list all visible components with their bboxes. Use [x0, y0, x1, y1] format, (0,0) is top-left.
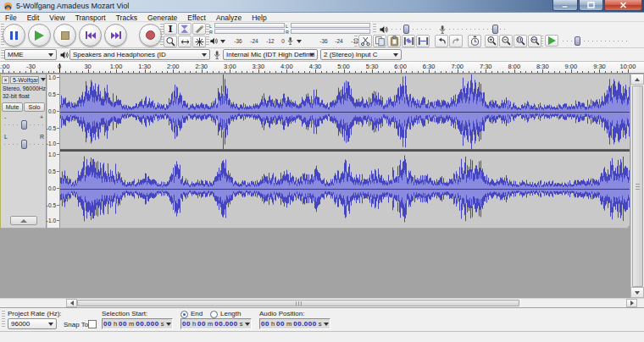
tool-selection-button[interactable]: I: [164, 23, 177, 35]
edit-redo-button[interactable]: [449, 35, 463, 47]
close-button[interactable]: [604, 0, 642, 11]
edit-synclock-button[interactable]: [468, 35, 481, 47]
hours-value[interactable]: 00: [261, 320, 269, 328]
recording-meter[interactable]: LR-36-24-120: [286, 23, 370, 47]
audio-host-dropdown[interactable]: MME: [4, 49, 57, 60]
transport-skip-end-button[interactable]: [104, 24, 127, 47]
seconds-value[interactable]: 00.000: [136, 320, 158, 328]
selection-start-field[interactable]: 00h00m00.000s: [102, 318, 173, 329]
horizontal-scrollbar-thumb[interactable]: [77, 300, 519, 306]
edit-zoom-in-button[interactable]: [485, 35, 498, 47]
playback-volume-slider-thumb[interactable]: [403, 25, 409, 34]
pan-slider[interactable]: [4, 140, 43, 149]
hours-value[interactable]: 00: [103, 320, 112, 328]
meter-dropdown-arrow-icon[interactable]: [297, 40, 302, 43]
minutes-value[interactable]: 00: [276, 320, 285, 328]
gain-slider[interactable]: [4, 120, 43, 130]
length-radio[interactable]: [210, 311, 218, 318]
project-rate-dropdown[interactable]: 96000: [8, 318, 57, 329]
play-at-speed-button[interactable]: [545, 35, 558, 47]
snap-to-checkbox[interactable]: [88, 320, 97, 328]
scroll-left-button[interactable]: [66, 299, 77, 307]
vertical-scrollbar-thumb[interactable]: [632, 86, 643, 287]
timeline-minor-tick: [133, 71, 134, 73]
waveform-left-channel[interactable]: [60, 74, 630, 149]
end-radio[interactable]: [180, 311, 188, 318]
scroll-down-button[interactable]: [630, 287, 644, 298]
edit-silence-button[interactable]: [416, 35, 430, 47]
seconds-value[interactable]: 00.000: [214, 320, 237, 328]
transport-record-button[interactable]: [139, 24, 162, 47]
transport-play-button[interactable]: [28, 24, 51, 47]
track-menu-arrow-icon[interactable]: [41, 78, 46, 81]
gain-slider-thumb[interactable]: [21, 120, 27, 130]
mixer-toolbar-grip[interactable]: [373, 24, 376, 34]
track-collapse-button[interactable]: [10, 216, 37, 225]
playback-volume-slider[interactable]: [391, 25, 432, 34]
menu-tracks[interactable]: Tracks: [111, 14, 142, 22]
menu-effect[interactable]: Effect: [182, 14, 211, 22]
menu-file[interactable]: File: [0, 14, 22, 22]
maximize-button[interactable]: [579, 0, 603, 11]
transport-stop-button[interactable]: [53, 24, 76, 47]
timeline-minor-tick: [361, 71, 362, 73]
recording-device-dropdown[interactable]: Internal Mic (IDT High Definiti: [223, 49, 318, 60]
menu-generate[interactable]: Generate: [142, 14, 182, 22]
edit-cut-button[interactable]: [358, 35, 372, 47]
edit-trim-button[interactable]: [402, 35, 415, 47]
vertical-scale-ruler[interactable]: 1.00.50.0-0.5-1.01.00.50.0-0.5-1.0: [47, 74, 60, 228]
minutes-value[interactable]: 00: [197, 320, 206, 328]
menu-transport[interactable]: Transport: [70, 14, 111, 22]
recording-volume-slider-thumb[interactable]: [492, 25, 498, 34]
horizontal-scrollbar[interactable]: [0, 298, 644, 307]
menu-view[interactable]: View: [44, 14, 69, 22]
dropdown-arrow-icon[interactable]: [245, 323, 250, 326]
selection-end-field[interactable]: 00h00m00.000s: [180, 318, 252, 329]
track-close-button[interactable]: ×: [2, 76, 9, 84]
end-radio-label[interactable]: End: [191, 310, 203, 317]
edit-undo-button[interactable]: [435, 35, 448, 47]
hours-value[interactable]: 00: [182, 320, 191, 328]
vertical-scrollbar[interactable]: [630, 74, 644, 298]
playback-meter[interactable]: LR-36-24-120: [209, 23, 285, 47]
meter-scale-label: -12: [266, 38, 274, 44]
transport-pause-button[interactable]: [3, 24, 25, 47]
minutes-value[interactable]: 00: [119, 320, 127, 328]
menu-analyze[interactable]: Analyze: [211, 14, 247, 22]
tool-envelope-button[interactable]: [178, 23, 192, 35]
tool-draw-button[interactable]: [192, 23, 206, 35]
scroll-up-button[interactable]: [630, 74, 644, 85]
recording-channels-dropdown[interactable]: 2 (Stereo) Input C: [320, 49, 402, 60]
edit-copy-button[interactable]: [373, 35, 386, 47]
menu-help[interactable]: Help: [247, 14, 271, 22]
audio-position-field[interactable]: 00h00m00.000s: [259, 318, 330, 329]
mute-button[interactable]: Mute: [2, 102, 23, 112]
edit-zoom-fit-button[interactable]: [528, 35, 541, 47]
scroll-right-button[interactable]: [626, 299, 637, 307]
menu-edit[interactable]: Edit: [22, 14, 45, 22]
seconds-value[interactable]: 00.000: [293, 320, 316, 328]
tool-multi-button[interactable]: [192, 36, 206, 47]
timeline-ruler[interactable]: -1:00-300301:001:302:002:303:003:304:004…: [0, 62, 644, 74]
solo-button[interactable]: Solo: [24, 102, 45, 112]
play-speed-slider-thumb[interactable]: [575, 36, 580, 46]
edit-zoom-sel-button[interactable]: [514, 35, 527, 47]
track-name[interactable]: 5-Wolfgang: [10, 76, 39, 84]
dropdown-arrow-icon[interactable]: [166, 323, 171, 326]
length-radio-label[interactable]: Length: [220, 310, 241, 317]
dropdown-arrow-icon[interactable]: [324, 323, 329, 326]
play-speed-slider[interactable]: [563, 36, 629, 46]
meter-dropdown-arrow-icon[interactable]: [220, 40, 225, 43]
tool-timeshift-button[interactable]: [178, 36, 192, 47]
tool-zoom-button[interactable]: [164, 36, 177, 47]
waveform-right-channel[interactable]: [60, 152, 630, 226]
recording-volume-slider[interactable]: [449, 25, 505, 34]
playback-device-dropdown[interactable]: Speakers and Headphones (ID: [69, 49, 210, 60]
edit-zoom-out-button[interactable]: [499, 35, 513, 47]
edit-paste-button[interactable]: [387, 35, 401, 47]
selection-toolbar-grip[interactable]: [2, 311, 5, 328]
minimize-button[interactable]: [552, 0, 578, 11]
pan-slider-thumb[interactable]: [21, 140, 27, 149]
edit-toolbar-grip[interactable]: [354, 36, 358, 47]
transport-skip-start-button[interactable]: [79, 24, 102, 47]
